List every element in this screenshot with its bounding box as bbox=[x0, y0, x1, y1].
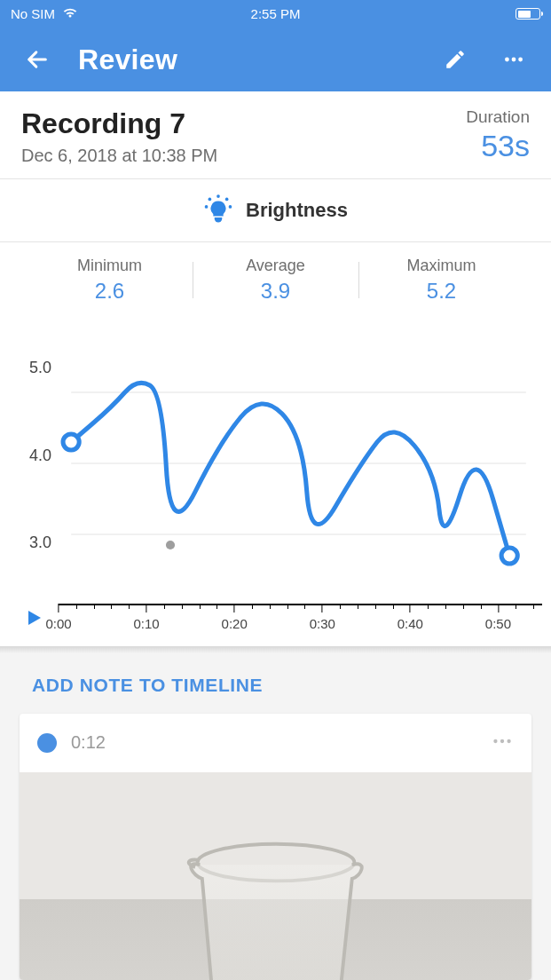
sensor-name: Brightness bbox=[246, 199, 348, 222]
svg-point-6 bbox=[205, 205, 209, 209]
y-axis-labels: 5.04.03.0 bbox=[9, 339, 59, 605]
x-tick-label: 0:30 bbox=[310, 616, 335, 631]
svg-point-11 bbox=[63, 434, 79, 450]
note-more-button[interactable] bbox=[491, 730, 514, 756]
x-tick-label: 0:40 bbox=[398, 616, 423, 631]
x-tick-label: 0:20 bbox=[222, 616, 248, 631]
carrier-label: No SIM bbox=[11, 6, 55, 21]
stat-max-label: Maximum bbox=[358, 257, 524, 275]
svg-point-12 bbox=[166, 541, 175, 549]
svg-point-16 bbox=[507, 739, 510, 742]
stat-avg-label: Average bbox=[193, 257, 358, 275]
sensor-header: Brightness bbox=[0, 179, 551, 242]
note-marker-icon bbox=[37, 733, 57, 753]
chart-plot[interactable] bbox=[59, 339, 542, 605]
back-button[interactable] bbox=[20, 42, 55, 77]
svg-point-0 bbox=[505, 58, 509, 62]
duration-label: Duration bbox=[466, 107, 530, 127]
sensor-stats: Minimum 2.6 Average 3.9 Maximum 5.2 bbox=[0, 242, 551, 312]
more-button[interactable] bbox=[496, 42, 531, 77]
svg-point-3 bbox=[216, 194, 220, 198]
svg-point-5 bbox=[225, 198, 229, 202]
sensor-chart: 5.04.03.0 0:000:100:200:300:400:50 bbox=[0, 312, 551, 646]
page-title: Review bbox=[78, 43, 177, 76]
svg-point-15 bbox=[500, 739, 504, 742]
x-tick-label: 0:10 bbox=[133, 616, 159, 631]
edit-button[interactable] bbox=[437, 42, 473, 77]
x-tick-label: 0:50 bbox=[485, 616, 511, 631]
add-note-to-timeline-button[interactable]: ADD NOTE TO TIMELINE bbox=[0, 653, 551, 714]
wifi-icon bbox=[62, 6, 78, 21]
stat-max-value: 5.2 bbox=[358, 279, 524, 304]
recording-summary: Recording 7 Dec 6, 2018 at 10:38 PM Dura… bbox=[0, 91, 551, 179]
stat-avg-value: 3.9 bbox=[193, 279, 358, 304]
brightness-icon bbox=[203, 194, 233, 227]
recording-timestamp: Dec 6, 2018 at 10:38 PM bbox=[21, 146, 217, 166]
note-photo[interactable] bbox=[20, 772, 531, 980]
svg-point-13 bbox=[501, 548, 517, 564]
x-tick-label: 0:00 bbox=[45, 616, 71, 631]
svg-point-1 bbox=[512, 58, 516, 62]
note-timestamp: 0:12 bbox=[71, 732, 106, 753]
timeline-note-card[interactable]: 0:12 bbox=[20, 714, 531, 980]
svg-point-2 bbox=[518, 58, 523, 62]
stat-min-value: 2.6 bbox=[27, 279, 193, 304]
status-bar: No SIM 2:55 PM bbox=[0, 0, 551, 28]
svg-point-4 bbox=[209, 198, 212, 202]
app-header: Review bbox=[0, 28, 551, 91]
recording-title: Recording 7 bbox=[21, 107, 217, 140]
clock: 2:55 PM bbox=[251, 6, 301, 21]
stat-min-label: Minimum bbox=[27, 257, 193, 275]
svg-point-14 bbox=[493, 739, 497, 742]
duration-value: 53s bbox=[466, 129, 530, 163]
x-axis: 0:000:100:200:300:400:50 bbox=[59, 604, 542, 639]
battery-icon bbox=[516, 8, 540, 20]
svg-point-7 bbox=[229, 205, 232, 209]
